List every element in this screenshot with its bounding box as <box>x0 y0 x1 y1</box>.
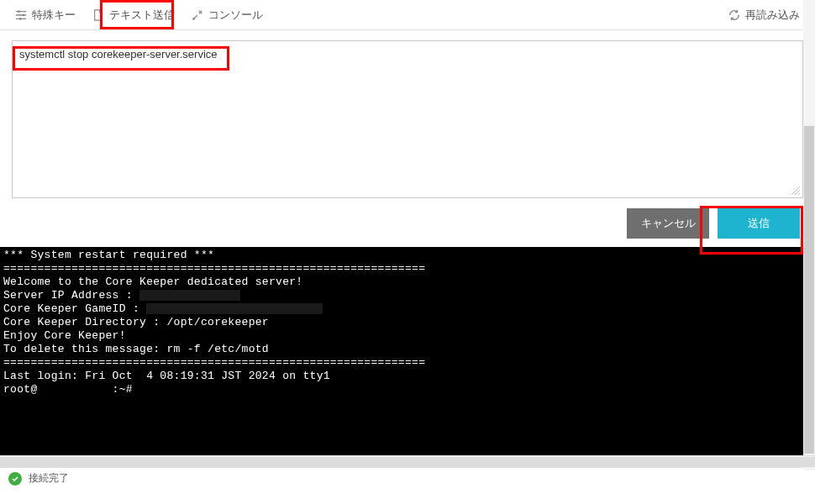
text-send-label: テキスト送信 <box>109 8 175 23</box>
tools-icon <box>192 9 203 21</box>
status-ok-icon <box>8 472 22 486</box>
term-line: ========================================… <box>3 262 812 276</box>
horizontal-scrollbar[interactable] <box>0 455 815 467</box>
term-line: Last login: Fri Oct 4 08:19:31 JST 2024 … <box>3 370 812 383</box>
redacted-ip <box>139 290 240 301</box>
svg-point-2 <box>19 18 22 20</box>
command-textarea-wrap <box>12 40 803 198</box>
console-button[interactable]: コンソール <box>183 3 271 28</box>
document-icon <box>92 9 104 21</box>
status-bar: 接続完了 <box>0 467 815 489</box>
console-label: コンソール <box>208 8 263 23</box>
svg-point-3 <box>192 18 195 20</box>
svg-point-1 <box>22 13 24 16</box>
vertical-scrollbar[interactable] <box>803 0 815 470</box>
button-row: キャンセル 送信 <box>12 208 803 239</box>
text-send-button[interactable]: テキスト送信 <box>84 3 183 28</box>
vertical-scrollbar-thumb[interactable] <box>804 126 814 454</box>
term-line: Server IP Address : <box>3 289 812 302</box>
horizontal-scrollbar-thumb[interactable] <box>0 457 815 467</box>
term-line: Welcome to the Core Keeper dedicated ser… <box>3 276 812 289</box>
cancel-button[interactable]: キャンセル <box>627 208 709 239</box>
toolbar: 特殊キー テキスト送信 コンソール 再読み込み <box>0 0 815 30</box>
command-textarea[interactable] <box>19 48 796 191</box>
reload-label: 再読み込み <box>745 8 800 23</box>
text-send-panel: キャンセル 送信 <box>0 30 815 247</box>
term-line: Enjoy Core Keeper! <box>3 329 812 343</box>
terminal-output: *** System restart required ***=========… <box>0 247 815 455</box>
status-text: 接続完了 <box>29 471 69 486</box>
special-keys-button[interactable]: 特殊キー <box>7 3 84 28</box>
svg-point-0 <box>18 10 20 13</box>
special-keys-label: 特殊キー <box>32 8 76 23</box>
redacted-gameid <box>146 303 323 314</box>
term-line: Core Keeper GameID : <box>3 302 812 316</box>
reload-icon <box>728 9 740 21</box>
reload-button[interactable]: 再読み込み <box>720 3 808 28</box>
term-line: To delete this message: rm -f /etc/motd <box>3 343 812 356</box>
term-line: root@ :~# <box>3 383 812 396</box>
sliders-icon <box>15 9 27 21</box>
term-line: *** System restart required *** <box>3 249 812 262</box>
term-line: Core Keeper Directory : /opt/corekeeper <box>3 316 812 329</box>
submit-button[interactable]: 送信 <box>718 208 800 239</box>
term-line: ========================================… <box>3 356 812 370</box>
resize-handle-icon[interactable] <box>791 186 801 196</box>
